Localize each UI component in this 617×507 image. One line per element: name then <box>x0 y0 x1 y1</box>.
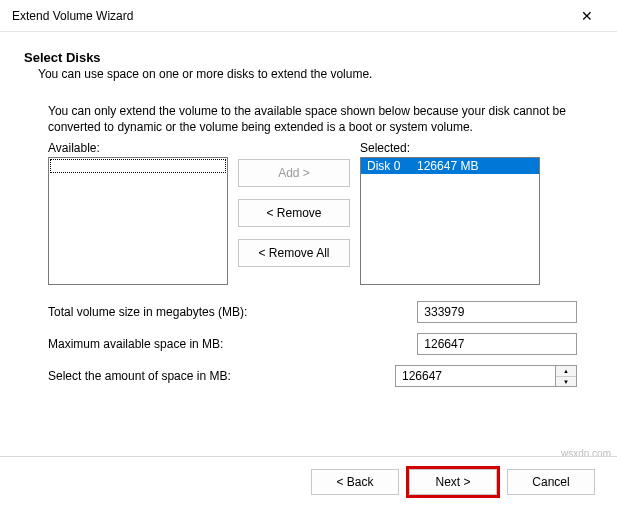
page-subtitle: You can use space on one or more disks t… <box>24 67 603 81</box>
window-title: Extend Volume Wizard <box>12 9 133 23</box>
spinner-down-icon[interactable]: ▼ <box>556 377 576 387</box>
spinner-buttons: ▲ ▼ <box>555 365 577 387</box>
wizard-header: Select Disks You can use space on one or… <box>0 32 617 91</box>
available-item-placeholder <box>50 159 226 173</box>
selected-disk-item[interactable]: Disk 0 126647 MB <box>361 158 539 174</box>
selected-column: Selected: Disk 0 126647 MB <box>360 141 540 285</box>
add-button[interactable]: Add > <box>238 159 350 187</box>
select-space-label: Select the amount of space in MB: <box>48 369 395 383</box>
max-space-row: Maximum available space in MB: 126647 <box>48 333 577 355</box>
close-icon: ✕ <box>581 8 593 24</box>
cancel-button[interactable]: Cancel <box>507 469 595 495</box>
page-title: Select Disks <box>24 50 603 65</box>
transfer-buttons: Add > < Remove < Remove All <box>238 141 350 267</box>
total-size-value: 333979 <box>417 301 577 323</box>
remove-all-button[interactable]: < Remove All <box>238 239 350 267</box>
info-text: You can only extend the volume to the av… <box>48 103 577 135</box>
select-space-input[interactable]: 126647 <box>395 365 555 387</box>
max-space-value: 126647 <box>417 333 577 355</box>
next-button[interactable]: Next > <box>409 469 497 495</box>
selected-listbox[interactable]: Disk 0 126647 MB <box>360 157 540 285</box>
title-bar: Extend Volume Wizard ✕ <box>0 0 617 32</box>
available-listbox[interactable] <box>48 157 228 285</box>
disk-lists-row: Available: Add > < Remove < Remove All S… <box>48 141 577 285</box>
select-space-spinner[interactable]: 126647 ▲ ▼ <box>395 365 577 387</box>
wizard-footer: < Back Next > Cancel <box>0 456 617 507</box>
available-label: Available: <box>48 141 228 155</box>
back-button[interactable]: < Back <box>311 469 399 495</box>
max-space-label: Maximum available space in MB: <box>48 337 417 351</box>
remove-button[interactable]: < Remove <box>238 199 350 227</box>
total-size-label: Total volume size in megabytes (MB): <box>48 305 417 319</box>
total-size-row: Total volume size in megabytes (MB): 333… <box>48 301 577 323</box>
wizard-body: You can only extend the volume to the av… <box>0 91 617 409</box>
close-button[interactable]: ✕ <box>567 1 607 31</box>
select-space-row: Select the amount of space in MB: 126647… <box>48 365 577 387</box>
available-column: Available: <box>48 141 228 285</box>
selected-label: Selected: <box>360 141 540 155</box>
spinner-up-icon[interactable]: ▲ <box>556 366 576 377</box>
